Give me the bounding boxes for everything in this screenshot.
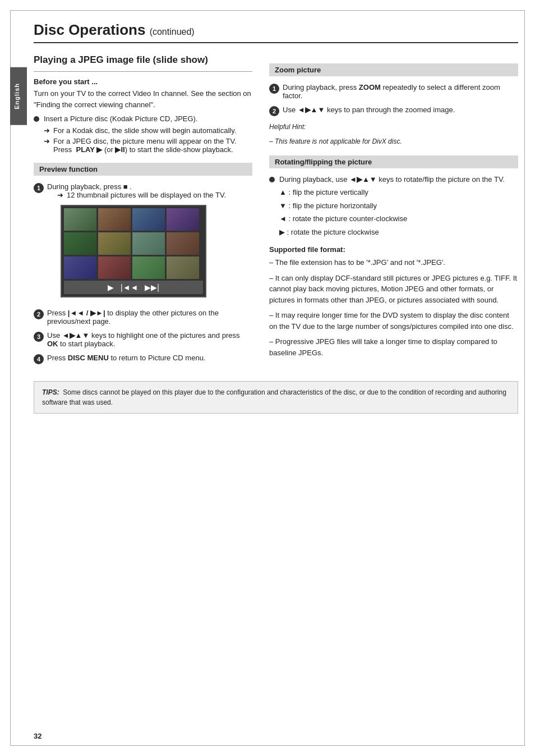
rotate-up: ▲ : flip the picture vertically [279, 187, 518, 198]
rotate-intro-text: During playback, use ◄▶▲▼ keys to rotate… [279, 175, 505, 184]
step2-text: Press |◄◄ / ▶►| to display the other pic… [47, 309, 252, 326]
helpful-hint-text: – This feature is not applicable for Div… [269, 136, 518, 146]
thumb-controls: ▶ |◄◄ ▶▶| [64, 281, 203, 294]
bullet-dot-1 [34, 116, 39, 122]
arrow-jpeg: ➜ For a JPEG disc, the picture menu will… [44, 137, 252, 154]
tips-box: TIPS: Some discs cannot be played on thi… [34, 381, 518, 414]
thumb-10 [98, 256, 131, 279]
thumb-11 [132, 256, 165, 279]
arrow-sym-2: ➜ [44, 137, 50, 145]
thumb-2 [98, 208, 131, 231]
step1-arrow: ➜ 12 thumbnail pictures will be displaye… [57, 191, 226, 199]
num-3: 3 [34, 332, 44, 342]
arrow-jpeg-text: For a JPEG disc, the picture menu will a… [53, 137, 252, 154]
thumb-9 [64, 256, 96, 279]
main-content: Disc Operations (continued) Playing a JP… [34, 16, 518, 442]
thumb-row-3 [64, 256, 203, 279]
thumb-5 [64, 232, 96, 255]
num-2: 2 [34, 309, 44, 319]
thumb-7 [132, 232, 165, 255]
supported-1: – The file extension has to be '*.JPG' a… [269, 257, 518, 268]
prev-icon: |◄◄ [121, 283, 138, 292]
sidebar-language-label: English [10, 67, 27, 125]
supported-3: – It may require longer time for the DVD… [269, 310, 518, 332]
thumb-8 [167, 232, 199, 255]
rotate-down: ▼ : flip the picture horizontally [279, 200, 518, 212]
supported-4: – Progressive JPEG files will take a lon… [269, 336, 518, 358]
step4-text: Press DISC MENU to return to Picture CD … [47, 354, 205, 362]
before-start-label: Before you start ... [34, 77, 252, 86]
tips-label: TIPS: [42, 388, 59, 396]
page-number: 32 [34, 732, 41, 740]
two-col-layout: Playing a JPEG image file (slide show) B… [34, 54, 518, 370]
zoom-num-1: 1 [269, 84, 279, 94]
before-start-text: Turn on your TV to the correct Video In … [34, 88, 252, 110]
rotate-intro-item: During playback, use ◄▶▲▼ keys to rotate… [269, 175, 518, 184]
rotate-bullet-dot [269, 177, 275, 182]
arrow-kodak-text: For a Kodak disc, the slide show will be… [53, 126, 236, 135]
title-continued: (continued) [150, 27, 195, 36]
zoom-num-2: 2 [269, 106, 279, 116]
tips-text: Some discs cannot be played on this play… [42, 388, 506, 406]
rotate-list: ▲ : flip the picture vertically ▼ : flip… [279, 187, 518, 237]
thumb-1 [64, 208, 96, 231]
left-section-title: Playing a JPEG image file (slide show) [34, 54, 252, 66]
title-text: Disc Operations [34, 21, 145, 38]
next-icon: ▶▶| [145, 283, 159, 292]
rotate-flip-box: Rotating/flipping the picture [269, 155, 518, 168]
preview-function-box: Preview function [34, 163, 252, 176]
thumb-4 [167, 208, 199, 231]
left-column: Playing a JPEG image file (slide show) B… [34, 54, 252, 370]
preview-step2: 2 Press |◄◄ / ▶►| to display the other p… [34, 309, 252, 326]
arrow-sym-3: ➜ [57, 191, 63, 199]
zoom-step1: 1 During playback, press ZOOM repeatedly… [269, 83, 518, 100]
num-1: 1 [34, 183, 44, 193]
zoom-step1-text: During playback, press ZOOM repeatedly t… [283, 83, 518, 100]
right-column: Zoom picture 1 During playback, press ZO… [269, 54, 518, 363]
step1-text: During playback, press ■ . [47, 182, 226, 191]
bullet-insert-text: Insert a Picture disc (Kodak Picture CD,… [44, 114, 198, 123]
thumb-row-2 [64, 232, 203, 255]
zoom-picture-box: Zoom picture [269, 63, 518, 76]
left-divider [34, 71, 252, 72]
thumb-row-1 [64, 208, 203, 231]
preview-step1-content: During playback, press ■ . ➜ 12 thumbnai… [47, 182, 226, 303]
step1-arrow-text: 12 thumbnail pictures will be displayed … [67, 191, 226, 199]
supported-2: – It can only display DCF-standard still… [269, 273, 518, 306]
helpful-hint-label: Helpful Hint: [269, 122, 518, 132]
thumb-12 [167, 256, 199, 279]
zoom-step2-text: Use ◄▶▲▼ keys to pan through the zoomed … [283, 106, 455, 114]
rotate-left: ◄ : rotate the picture counter-clockwise [279, 213, 518, 224]
supported-title: Supported file format: [269, 245, 518, 254]
bullet-insert: Insert a Picture disc (Kodak Picture CD,… [34, 114, 252, 123]
zoom-step2: 2 Use ◄▶▲▼ keys to pan through the zoome… [269, 106, 518, 116]
preview-step1: 1 During playback, press ■ . ➜ 12 thumbn… [34, 182, 252, 303]
num-4: 4 [34, 354, 44, 364]
rotate-right: ▶ : rotate the picture clockwise [279, 227, 518, 238]
step3-text: Use ◄▶▲▼ keys to highlight one of the pi… [47, 331, 252, 348]
play-icon: ▶ [108, 283, 114, 292]
thumb-3 [132, 208, 165, 231]
thumb-6 [98, 232, 131, 255]
arrow-kodak: ➜ For a Kodak disc, the slide show will … [44, 126, 252, 135]
preview-step3: 3 Use ◄▶▲▼ keys to highlight one of the … [34, 331, 252, 348]
arrow-sym-1: ➜ [44, 126, 50, 135]
page-title: Disc Operations (continued) [34, 16, 518, 43]
preview-step4: 4 Press DISC MENU to return to Picture C… [34, 354, 252, 364]
thumbnail-grid: ▶ |◄◄ ▶▶| [61, 205, 206, 297]
